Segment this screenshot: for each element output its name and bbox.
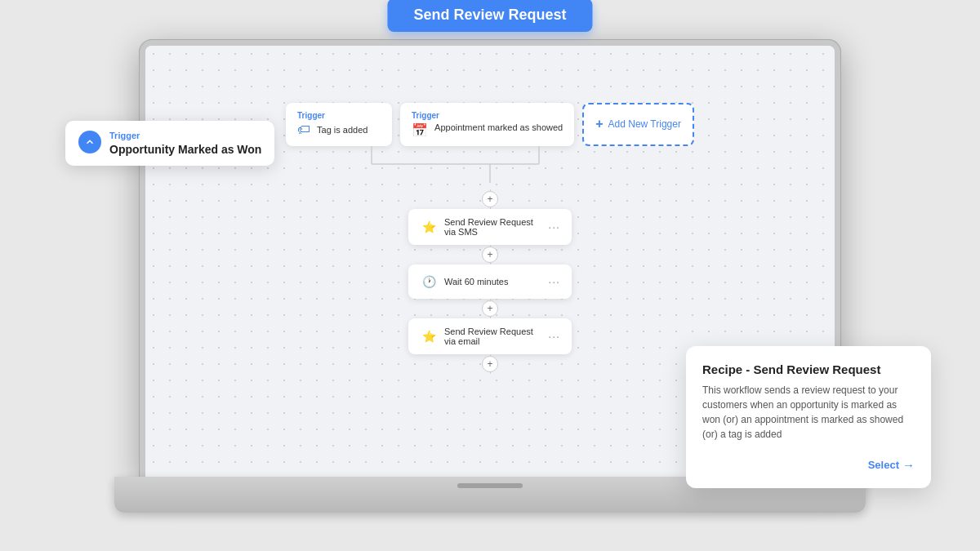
connector-1: + bbox=[482, 189, 498, 209]
recipe-select-label: Select bbox=[868, 459, 899, 471]
recipe-card: Recipe - Send Review Request This workfl… bbox=[686, 346, 931, 488]
header-badge-label: Send Review Request bbox=[413, 7, 566, 23]
floating-trigger-card[interactable]: Trigger Opportunity Marked as Won bbox=[65, 121, 274, 166]
scene: Send Review Request Trigger 🏷 bbox=[41, 15, 939, 537]
arrow-right-icon: → bbox=[902, 458, 915, 472]
trigger-text-1: Tag is added bbox=[317, 125, 368, 135]
connector-4: + bbox=[482, 354, 498, 374]
add-trigger-label: Add New Trigger bbox=[608, 118, 681, 130]
trigger-card-tag[interactable]: Trigger 🏷 Tag is added bbox=[286, 103, 392, 146]
recipe-title: Recipe - Send Review Request bbox=[702, 362, 915, 376]
connector-2: + bbox=[482, 245, 498, 264]
star-icon-2: ⭐ bbox=[420, 327, 438, 345]
action-text-email: Send Review Request via email bbox=[444, 327, 541, 346]
add-trigger-button[interactable]: + Add New Trigger bbox=[582, 103, 694, 146]
connector-plus-2[interactable]: + bbox=[482, 247, 498, 263]
calendar-icon: 📅 bbox=[412, 122, 428, 138]
floating-trigger-content: Trigger Opportunity Marked as Won bbox=[109, 131, 261, 156]
trigger-label-1: Trigger bbox=[297, 111, 381, 120]
action-text-sms: Send Review Request via SMS bbox=[444, 217, 541, 237]
trigger-text-2: Appointment marked as showed bbox=[434, 122, 563, 132]
connector-3: + bbox=[482, 299, 498, 318]
action-node-sms[interactable]: ⭐ Send Review Request via SMS ··· bbox=[408, 209, 572, 245]
floating-trigger-icon bbox=[78, 131, 101, 153]
tag-icon: 🏷 bbox=[297, 122, 310, 137]
action-dots-3[interactable]: ··· bbox=[548, 330, 560, 343]
action-node-wait[interactable]: 🕐 Wait 60 minutes ··· bbox=[408, 264, 572, 299]
merge-lines-svg bbox=[253, 146, 727, 183]
connector-plus-4[interactable]: + bbox=[482, 356, 498, 372]
header-badge: Send Review Request bbox=[387, 0, 592, 32]
floating-trigger-label: Trigger bbox=[109, 131, 261, 140]
action-text-wait: Wait 60 minutes bbox=[444, 277, 541, 287]
floating-trigger-text: Opportunity Marked as Won bbox=[109, 143, 261, 156]
trigger-card-appointment[interactable]: Trigger 📅 Appointment marked as showed bbox=[400, 103, 574, 146]
connector-plus-3[interactable]: + bbox=[482, 300, 498, 317]
star-icon-1: ⭐ bbox=[420, 218, 438, 236]
connector-plus-1[interactable]: + bbox=[482, 191, 498, 207]
laptop: Trigger 🏷 Tag is added Trigger � bbox=[114, 39, 866, 513]
recipe-select-button[interactable]: Select → bbox=[702, 458, 915, 472]
action-dots-2[interactable]: ··· bbox=[548, 275, 560, 288]
plus-icon: + bbox=[595, 117, 603, 131]
recipe-description: This workflow sends a review request to … bbox=[702, 383, 915, 442]
action-dots-1[interactable]: ··· bbox=[548, 220, 560, 233]
trigger-label-2: Trigger bbox=[412, 111, 563, 120]
action-node-email[interactable]: ⭐ Send Review Request via email ··· bbox=[408, 318, 572, 354]
clock-icon: 🕐 bbox=[420, 273, 438, 291]
